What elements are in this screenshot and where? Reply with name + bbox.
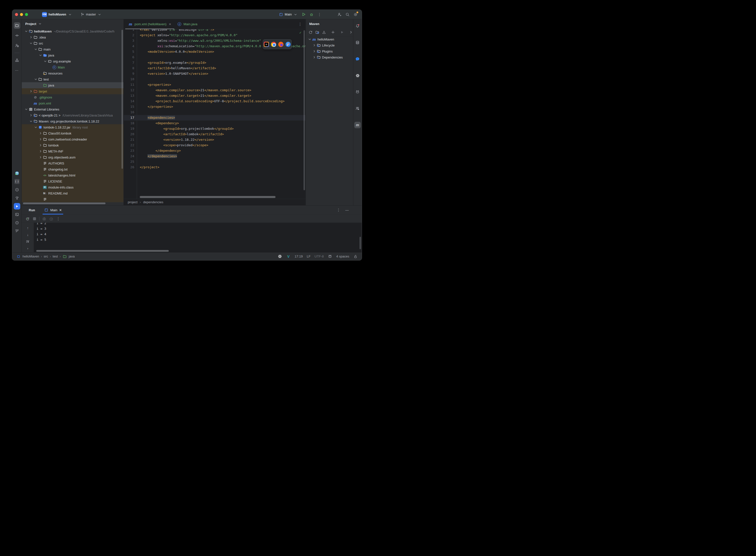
tree-row[interactable]: com.zwitserloot.cmdreader	[22, 136, 124, 142]
tool-strip-build-button[interactable]	[14, 195, 20, 201]
run-tab-main[interactable]: Main ✕	[42, 206, 63, 214]
code-with-me-button[interactable]	[337, 12, 342, 17]
status-cursor-position[interactable]: 17:19	[295, 254, 303, 258]
tree-row[interactable]: 01 module-info.class	[22, 184, 124, 190]
code-line[interactable]: 8 <artifactId>helloMaven</artifactId>	[124, 66, 306, 71]
tool-strip-dev-container-button[interactable]: [ ]	[14, 178, 20, 185]
code-line[interactable]: 1<?xml version="1.0" encoding="UTF-8"?>	[124, 29, 306, 33]
tree-row[interactable]: java	[22, 82, 124, 88]
console-up-button[interactable]: ↑	[26, 226, 30, 230]
code-line[interactable]: 20 <artifactId>lombok</artifactId>	[124, 132, 306, 137]
status-crumb[interactable]: src	[44, 254, 48, 258]
code-line[interactable]: 25	[124, 159, 306, 165]
branch-widget[interactable]: master	[80, 12, 102, 17]
chevron-right-icon[interactable]	[29, 35, 33, 39]
code-line[interactable]: 6	[124, 55, 306, 60]
breadcrumb-item[interactable]: project	[128, 200, 137, 204]
maven-folder-sync-button[interactable]	[315, 30, 319, 35]
maven-tree-row[interactable]: Lifecycle	[306, 42, 353, 48]
tool-strip-notifications-button[interactable]	[354, 23, 361, 29]
tool-strip-chatgpt-button[interactable]	[354, 72, 361, 79]
status-project[interactable]: helloMaven	[23, 254, 39, 258]
chevron-right-icon[interactable]	[312, 43, 316, 47]
maven-chev-right-button[interactable]	[349, 30, 353, 35]
tree-row[interactable]: Class50.lombok	[22, 130, 124, 136]
tool-strip-commit-button[interactable]	[14, 32, 20, 39]
open-in-firefox-icon[interactable]	[278, 42, 283, 47]
code-line[interactable]: 7 <groupId>org.example</groupId>	[124, 60, 306, 66]
inspection-ok-icon[interactable]: ✓	[300, 30, 302, 35]
code-line[interactable]: 15 </properties>	[124, 104, 306, 109]
code-line[interactable]: 9 <version>1.0-SNAPSHOT</version>	[124, 71, 306, 76]
console-chev-right-sm-button[interactable]: ›	[26, 246, 30, 250]
tree-row[interactable]: helloMaven ~/Desktop/CS/JavaEE/1 JavaWeb…	[22, 28, 124, 34]
chevron-down-icon[interactable]	[34, 77, 38, 81]
minimize-window-button[interactable]	[20, 13, 23, 16]
run-panel-minimize-button[interactable]: —	[345, 208, 349, 212]
editor-vertical-scrollbar[interactable]	[304, 30, 305, 190]
tree-row[interactable]: External Libraries	[22, 106, 124, 112]
tree-row[interactable]: < openjdk-21 > /Users/eve/Library/Java/J…	[22, 112, 124, 118]
chevron-right-icon[interactable]	[38, 149, 42, 153]
tree-row[interactable]: main	[22, 46, 124, 52]
chevron-down-icon[interactable]	[34, 125, 38, 129]
run-config-selector[interactable]: Main	[279, 12, 298, 17]
tree-row[interactable]: resources	[22, 70, 124, 76]
tree-row[interactable]: ⊘ .gitignore	[22, 94, 124, 100]
tree-row[interactable]: Maven: org.projectlombok:lombok:1.18.22	[22, 118, 124, 124]
chevron-right-icon[interactable]	[29, 89, 33, 93]
run-stop-button[interactable]	[32, 216, 37, 221]
tree-row[interactable]: .idea	[22, 34, 124, 40]
tool-strip-chat-assistant-button[interactable]	[354, 56, 361, 62]
search-everywhere-button[interactable]	[345, 12, 350, 17]
tree-row[interactable]: m pom.xml	[22, 100, 124, 106]
status-crumb[interactable]: test	[53, 254, 58, 258]
editor-tab[interactable]: m pom.xml (helloMaven) ✕	[125, 19, 174, 29]
open-in-safari-icon[interactable]	[285, 42, 291, 47]
tree-row[interactable]: test	[22, 76, 124, 82]
tree-row[interactable]: C Main	[22, 64, 124, 70]
console-vertical-scrollbar[interactable]	[359, 237, 361, 249]
console-down-button[interactable]: ↓	[26, 233, 30, 237]
tool-strip-pull-requests-button[interactable]	[14, 42, 20, 49]
tool-strip-services-button[interactable]	[14, 186, 20, 193]
tab-options-kebab-icon[interactable]: ⋮	[298, 22, 306, 27]
maven-play-dim-button[interactable]	[340, 30, 344, 35]
editor-tab[interactable]: C Main.java	[174, 19, 201, 29]
chevron-down-icon[interactable]	[24, 29, 28, 33]
editor-content[interactable]: ✓ 1<?xml version="1.0" encoding="UTF-8"?…	[124, 29, 306, 199]
status-v-plugin-icon[interactable]: V	[286, 254, 290, 259]
tree-row[interactable]: changelog.txt	[22, 166, 124, 172]
console-horizontal-scrollbar[interactable]	[36, 250, 169, 252]
tree-row[interactable]: META-INF	[22, 148, 124, 154]
code-line[interactable]: 14 <project.build.sourceEncoding>UTF-8</…	[124, 99, 306, 104]
tool-strip-terminal-button[interactable]	[14, 211, 20, 218]
code-line[interactable]: 21 <version>1.18.22</version>	[124, 137, 306, 142]
code-line[interactable]: 2<project xmlns="http://maven.apache.org…	[124, 33, 306, 38]
code-line[interactable]: 17 <dependencies>	[124, 115, 306, 120]
tree-row[interactable]: AUTHORS	[22, 160, 124, 166]
tool-strip-structure-button[interactable]	[14, 57, 20, 64]
tree-row[interactable]: org.objectweb.asm	[22, 154, 124, 160]
maven-tree-row[interactable]: m helloMaven	[306, 36, 353, 42]
settings-button[interactable]	[353, 12, 358, 17]
chevron-right-icon[interactable]	[312, 49, 316, 53]
status-indent[interactable]: 4 spaces	[336, 254, 349, 258]
tree-row[interactable]: <> latestchanges.html	[22, 172, 124, 178]
editor-horizontal-scrollbar[interactable]	[140, 196, 275, 198]
tool-strip-run-tool-button[interactable]	[14, 203, 20, 209]
tool-strip-problems-button[interactable]	[14, 219, 20, 226]
chevron-down-icon[interactable]	[68, 12, 72, 17]
code-line[interactable]: 16	[124, 109, 306, 115]
tree-row[interactable]: LICENSE	[22, 178, 124, 184]
zoom-window-button[interactable]	[25, 13, 28, 16]
project-name-menu[interactable]: helloMaven	[48, 12, 66, 16]
close-icon[interactable]: ✕	[59, 208, 62, 212]
tree-row[interactable]: java	[22, 52, 124, 58]
chevron-right-icon[interactable]	[312, 55, 316, 59]
maven-plus-button[interactable]	[331, 30, 335, 35]
maven-download-button[interactable]	[322, 30, 326, 35]
code-line[interactable]: 26</project>	[124, 165, 306, 170]
status-encoding[interactable]: UTF-8	[314, 254, 324, 258]
chevron-down-icon[interactable]	[38, 22, 42, 26]
